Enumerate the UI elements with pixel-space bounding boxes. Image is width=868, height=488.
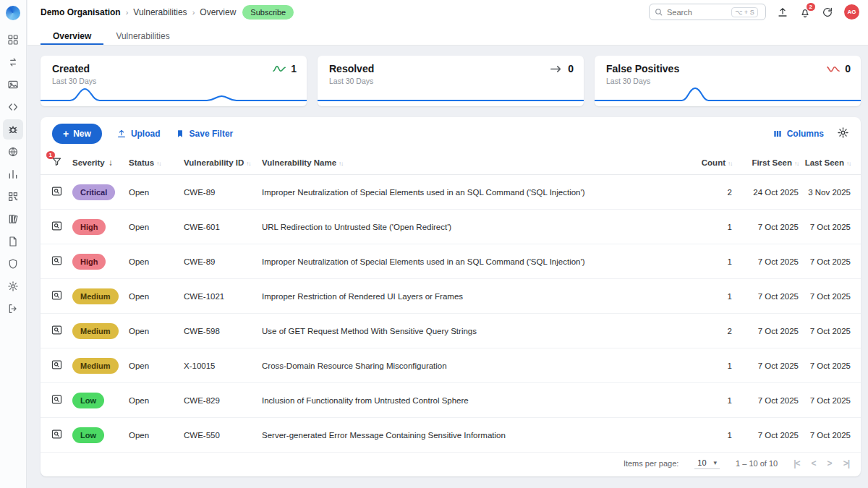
save-filter-button-label: Save Filter (190, 129, 234, 139)
notification-count-badge: 2 (807, 3, 815, 12)
sidebar-item-connections[interactable] (3, 52, 23, 72)
search-box[interactable]: ⌥ + S (649, 4, 766, 20)
preview-icon (51, 289, 63, 301)
sidebar-item-web[interactable] (3, 142, 23, 162)
vulnerability-name-cell: Improper Neutralization of Special Eleme… (262, 257, 684, 266)
breadcrumb-separator: › (192, 8, 195, 17)
globe-icon (7, 146, 19, 158)
vulnerability-name-cell: Improper Restriction of Rendered UI Laye… (262, 292, 684, 301)
view-details-button[interactable] (51, 359, 63, 373)
avatar[interactable]: AG (844, 4, 859, 20)
preview-icon (51, 324, 63, 336)
page-size-select[interactable]: 10 ▾ (694, 457, 720, 469)
table-row[interactable]: Medium Open X-10015 Cross-Domain Resourc… (41, 348, 861, 383)
library-icon (7, 213, 19, 225)
gear-icon (837, 127, 849, 139)
tab-vulnerabilities[interactable]: Vulnerabilities (103, 24, 182, 45)
last-seen-cell: 7 Oct 2025 (799, 431, 861, 440)
table-row[interactable]: High Open CWE-89 Improper Neutralization… (41, 244, 861, 279)
first-seen-cell: 7 Oct 2025 (732, 396, 799, 405)
header-first-seen[interactable]: First Seen↑↓ (732, 158, 799, 167)
bar-chart-icon (7, 168, 19, 180)
sidebar-item-vulnerabilities[interactable] (3, 119, 23, 140)
view-details-button[interactable] (51, 185, 63, 200)
notifications-button[interactable]: 2 (799, 7, 811, 18)
vulnerability-id-cell: CWE-550 (184, 431, 262, 440)
search-input[interactable] (667, 8, 728, 17)
last-seen-cell: 7 Oct 2025 (799, 361, 861, 370)
gear-icon (7, 281, 19, 292)
sidebar-item-shield[interactable] (3, 254, 23, 274)
card-created: Created Last 30 Days 1 (41, 56, 307, 106)
breadcrumb-vulnerabilities[interactable]: Vulnerabilities (133, 7, 187, 17)
table-settings-button[interactable] (837, 127, 849, 141)
view-details-button[interactable] (51, 289, 63, 304)
severity-badge: High (72, 254, 106, 270)
tab-overview[interactable]: Overview (41, 24, 103, 45)
header-count[interactable]: Count↑↓ (684, 158, 732, 167)
table-row[interactable]: Medium Open CWE-1021 Improper Restrictio… (41, 279, 861, 314)
header-status[interactable]: Status↑↓ (129, 158, 184, 167)
new-button[interactable]: + New (52, 124, 102, 144)
table-row[interactable]: Low Open CWE-550 Server-generated Error … (41, 418, 861, 453)
header-vulnerability-name[interactable]: Vulnerability Name↑↓ (262, 158, 684, 167)
save-filter-button[interactable]: Save Filter (175, 129, 234, 139)
sort-icon: ↑↓ (339, 160, 343, 167)
dashboard-icon (7, 34, 19, 46)
page-size-value: 10 (697, 458, 706, 467)
sidebar-item-library[interactable] (3, 209, 23, 229)
sidebar-item-dashboard[interactable] (3, 30, 23, 50)
view-details-button[interactable] (51, 254, 63, 269)
sort-icon: ↑↓ (156, 160, 161, 167)
severity-badge: Low (72, 427, 104, 443)
vulnerability-name-cell: Cross-Domain Resource Sharing Misconfigu… (262, 361, 684, 370)
header-last-seen[interactable]: Last Seen↑↓ (799, 158, 861, 167)
status-cell: Open (129, 327, 184, 335)
breadcrumb-organisation[interactable]: Demo Organisation (41, 7, 121, 17)
card-subtitle: Last 30 Days (606, 77, 679, 85)
status-cell: Open (129, 223, 184, 231)
upload-icon (777, 7, 788, 18)
card-subtitle: Last 30 Days (329, 77, 374, 85)
sidebar-item-settings[interactable] (3, 276, 23, 296)
first-page-button[interactable]: |< (793, 458, 799, 468)
table-row[interactable]: Low Open CWE-829 Inclusion of Functional… (41, 383, 861, 418)
false-positives-sparkline (595, 85, 861, 104)
header-vulnerability-id[interactable]: Vulnerability ID↑↓ (184, 158, 262, 167)
table-row[interactable]: Critical Open CWE-89 Improper Neutraliza… (41, 175, 861, 210)
search-shortcut: ⌥ + S (731, 7, 758, 17)
view-details-button[interactable] (51, 324, 63, 338)
view-details-button[interactable] (51, 393, 63, 408)
refresh-button[interactable] (822, 7, 833, 18)
status-cell: Open (129, 361, 184, 370)
upload-icon (116, 129, 127, 139)
sidebar-item-analytics[interactable] (3, 164, 23, 184)
sidebar-item-reports[interactable] (3, 231, 23, 252)
vulnerability-id-cell: CWE-89 (184, 188, 262, 197)
upload-button[interactable]: Upload (116, 129, 161, 139)
columns-button[interactable]: Columns (773, 129, 824, 139)
breadcrumb-overview[interactable]: Overview (200, 7, 236, 17)
count-cell: 1 (684, 396, 732, 405)
filter-count-badge: 1 (46, 151, 55, 159)
view-details-button[interactable] (51, 428, 63, 442)
next-page-button[interactable]: > (827, 458, 832, 468)
table-row[interactable]: High Open CWE-601 URL Redirection to Unt… (41, 210, 861, 244)
new-button-label: New (73, 129, 91, 139)
last-page-button[interactable]: >| (843, 458, 849, 468)
app-logo (6, 6, 20, 20)
filter-button[interactable]: 1 (51, 156, 62, 169)
sidebar-item-modules[interactable] (3, 187, 23, 207)
sidebar-item-code[interactable] (3, 97, 23, 117)
import-button[interactable] (777, 7, 788, 18)
subscribe-button[interactable]: Subscribe (242, 5, 294, 20)
tabs-bar: Overview Vulnerabilities (27, 24, 868, 46)
header-severity[interactable]: Severity↓ (72, 158, 129, 168)
preview-icon (51, 428, 63, 440)
sidebar-item-assets[interactable] (3, 74, 23, 95)
previous-page-button[interactable]: < (812, 458, 816, 468)
resolved-sparkline (318, 85, 584, 104)
sidebar-item-export[interactable] (3, 299, 23, 319)
view-details-button[interactable] (51, 220, 63, 234)
table-row[interactable]: Medium Open CWE-598 Use of GET Request M… (41, 314, 861, 348)
